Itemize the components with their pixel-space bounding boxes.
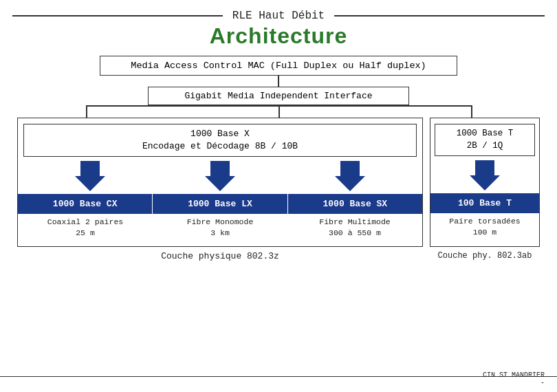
base-x-line2: Encodage et Décodage 8B / 10B — [142, 141, 298, 151]
arrow-shaft-lx — [210, 161, 230, 176]
arrow-head-t — [470, 175, 500, 190]
footer-right: Couche phy. 802.3ab — [430, 251, 540, 262]
arrow-sx — [335, 161, 365, 191]
cin-label: CIN ST MANDRIER — [483, 371, 545, 379]
sub-boxes-row: 1000 Base CX 1000 Base LX 1000 Base SX — [18, 194, 422, 214]
v-line-mac — [278, 76, 279, 87]
sub-box-sx: 1000 Base SX — [288, 194, 422, 214]
bottom-bar: CIN ST MANDRIER - — [483, 371, 545, 386]
arrow-shaft-cx — [80, 161, 100, 176]
sub-desc-cx: Coaxial 2 paires 25 m — [18, 217, 153, 239]
h-connector-v1 — [86, 105, 87, 118]
base-t-line2: 2B / 1Q — [467, 141, 503, 151]
base-t-line1: 1000 Base T — [457, 129, 514, 138]
arrow-head-lx — [205, 176, 235, 191]
main-content: Media Access Control MAC (Full Duplex ou… — [12, 56, 545, 392]
header-line-left — [12, 15, 223, 17]
sub-descs-row: Coaxial 2 paires 25 m Fibre Monomode 3 k… — [18, 217, 422, 239]
header-row: RLE Haut Débit — [12, 10, 545, 22]
sub-box-cx: 1000 Base CX — [18, 194, 153, 214]
h-connector-v3 — [471, 105, 472, 118]
sub-desc-lx: Fibre Monomode 3 km — [153, 217, 287, 239]
sub-desc-sx: Fibre Multimode 300 à 550 m — [287, 217, 422, 239]
mac-box: Media Access Control MAC (Full Duplex ou… — [100, 56, 457, 76]
arrow-head-cx — [75, 176, 105, 191]
left-panel: 1000 Base X Encodage et Décodage 8B / 10… — [17, 118, 423, 247]
arrow-t — [470, 160, 500, 190]
base-x-box: 1000 Base X Encodage et Décodage 8B / 10… — [23, 124, 417, 157]
base-x-line1: 1000 Base X — [190, 129, 250, 139]
h-connector — [17, 105, 540, 118]
right-panel: 1000 Base T 2B / 1Q 100 Base T Paire tor… — [430, 118, 540, 247]
footer-row: Couche physique 802.3z Couche phy. 802.3… — [17, 251, 540, 262]
header-line-right — [334, 15, 545, 17]
header-title: RLE Haut Débit — [228, 10, 329, 22]
arrow-head-sx — [335, 176, 365, 191]
page: RLE Haut Débit Architecture Media Access… — [0, 0, 557, 392]
sub-box-t: 100 Base T — [430, 193, 539, 213]
arrow-shaft-sx — [340, 161, 360, 176]
arch-title: Architecture — [210, 23, 348, 49]
bottom-line — [0, 376, 557, 378]
arrow-shaft-t — [475, 160, 494, 175]
panels-row: 1000 Base X Encodage et Décodage 8B / 10… — [17, 118, 540, 247]
arrow-cx — [75, 161, 105, 191]
base-t-box: 1000 Base T 2B / 1Q — [435, 124, 535, 156]
arrows-row — [18, 161, 422, 191]
gmii-box: Gigabit Media Independent Interface — [148, 87, 409, 105]
sub-desc-t: Paire torsadées 100 m — [446, 216, 523, 238]
h-connector-v2 — [278, 105, 280, 118]
arrow-lx — [205, 161, 235, 191]
cin-dash: - — [540, 379, 545, 386]
sub-box-lx: 1000 Base LX — [153, 194, 287, 214]
footer-left: Couche physique 802.3z — [17, 251, 423, 262]
